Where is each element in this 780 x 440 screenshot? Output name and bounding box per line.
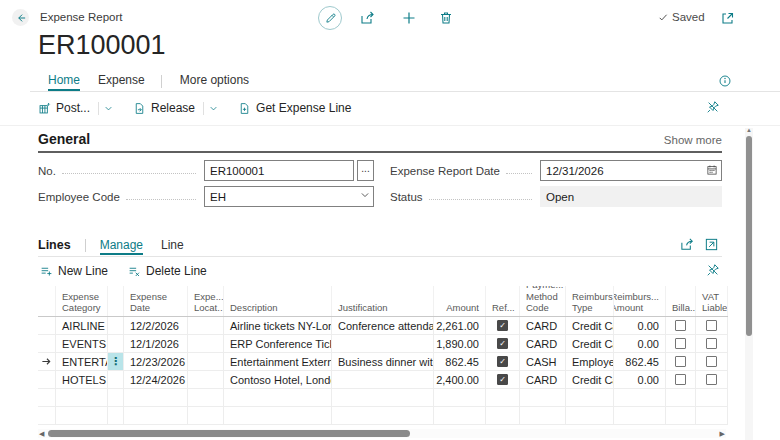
cell-vat[interactable] [696,317,728,334]
cell-category[interactable]: AIRLINE [56,317,108,334]
cell-billable[interactable] [666,353,696,370]
cell-description[interactable]: Entertainment External, ... [224,353,332,370]
scroll-up-arrow[interactable]: ▲ [746,127,752,133]
billable-checkbox[interactable] [675,356,686,367]
row-selector[interactable] [38,335,56,352]
cell-reimb_type[interactable]: Credit Card [566,335,614,352]
get-expense-line-button[interactable]: Get Expense Line [238,101,351,115]
release-button[interactable]: Release [133,101,218,115]
share-icon[interactable] [680,237,695,252]
chevron-down-icon[interactable] [104,104,113,113]
cell-payment[interactable]: CARD [520,335,566,352]
cell-description[interactable]: Airline tickets NY-London [224,317,332,334]
cell-vat[interactable] [696,353,728,370]
cell-vat[interactable] [696,371,728,388]
scroll-right-arrow[interactable]: ▶ [720,429,725,438]
billable-checkbox[interactable] [675,320,686,331]
cell-reimb_type[interactable]: Employee ... [566,353,614,370]
cell-category[interactable]: EVENTS [56,335,108,352]
cell-reimb_type[interactable]: Credit Card [566,371,614,388]
vertical-scrollbar[interactable]: ▲ [745,128,753,440]
billable-checkbox[interactable] [675,374,686,385]
cell-location[interactable] [188,353,224,370]
no-input[interactable] [204,160,354,181]
cell-amount[interactable]: 862.45 [434,353,486,370]
column-header-description[interactable]: Description [224,286,332,316]
cell-reimb_type[interactable]: Credit Card [566,317,614,334]
vat-checkbox[interactable] [706,356,717,367]
column-header-date[interactable]: Expense Date [124,286,188,316]
column-header-justification[interactable]: Justification [332,286,434,316]
show-more-link[interactable]: Show more [664,134,722,146]
ref-checkbox[interactable]: ✓ [497,320,508,331]
cell-vat[interactable] [696,335,728,352]
info-icon[interactable] [718,74,732,88]
lines-heading[interactable]: Lines [38,238,71,255]
column-header-reimb_type[interactable]: Reimburs... Type [566,286,614,316]
vat-checkbox[interactable] [706,320,717,331]
ref-checkbox[interactable]: ✓ [497,338,508,349]
edit-button[interactable] [318,6,342,30]
cell-justification[interactable]: Business dinner with part... [332,353,434,370]
cell-menu[interactable] [108,335,124,352]
employee-code-input[interactable] [204,186,374,207]
cell-payment[interactable]: CARD [520,317,566,334]
cell-date[interactable]: 12/2/2026 [124,317,188,334]
table-empty-row[interactable] [38,407,728,425]
vat-checkbox[interactable] [706,338,717,349]
cell-ref[interactable]: ✓ [486,353,520,370]
column-header-payment[interactable]: Payme... Method Code [520,286,566,316]
table-row[interactable]: AIRLINE12/2/2026Airline tickets NY-Londo… [38,317,728,335]
cell-justification[interactable] [332,335,434,352]
general-heading[interactable]: General [38,131,90,147]
cell-category[interactable]: HOTELS [56,371,108,388]
post-button[interactable]: Post... [38,101,113,115]
cell-location[interactable] [188,317,224,334]
cell-menu[interactable] [108,371,124,388]
open-in-new-window-icon[interactable] [720,10,736,26]
cell-justification[interactable] [332,371,434,388]
new-line-button[interactable]: New Line [40,264,108,278]
unpin-icon[interactable] [706,263,720,277]
cell-ref[interactable]: ✓ [486,371,520,388]
cell-location[interactable] [188,371,224,388]
row-selector[interactable] [38,317,56,334]
expense-report-date-input[interactable] [540,160,722,181]
cell-ref[interactable]: ✓ [486,317,520,334]
column-header-amount[interactable]: Amount [434,286,486,316]
cell-billable[interactable] [666,371,696,388]
scroll-left-arrow[interactable]: ◀ [39,429,44,438]
cell-ref[interactable]: ✓ [486,335,520,352]
column-header-billable[interactable]: Billa... [666,286,696,316]
tab-more-options[interactable]: More options [180,73,249,91]
cell-location[interactable] [188,335,224,352]
column-header-location[interactable]: Expe... Locat... [188,286,224,316]
table-empty-row[interactable] [38,389,728,407]
column-header-category[interactable]: Expense Category [56,286,108,316]
cell-date[interactable]: 12/1/2026 [124,335,188,352]
table-row[interactable]: ENTERTAIN⋮12/23/2026Entertainment Extern… [38,353,728,371]
cell-reimb_amount[interactable]: 0.00 [614,371,666,388]
table-row[interactable]: EVENTS12/1/2026ERP Conference Ticket1,89… [38,335,728,353]
row-selector[interactable] [38,371,56,388]
cell-date[interactable]: 12/24/2026 [124,371,188,388]
lines-tab-line[interactable]: Line [161,238,184,255]
cell-menu[interactable] [108,317,124,334]
horizontal-scrollbar[interactable]: ◀ ▶ [38,429,726,438]
cell-justification[interactable]: Conference attendance [332,317,434,334]
billable-checkbox[interactable] [675,338,686,349]
unpin-icon[interactable] [706,100,720,114]
cell-payment[interactable]: CARD [520,371,566,388]
lines-tab-manage[interactable]: Manage [100,238,143,255]
vertical-scrollbar-thumb[interactable] [746,136,752,336]
chevron-down-icon[interactable] [209,104,218,113]
cell-billable[interactable] [666,335,696,352]
cell-date[interactable]: 12/23/2026 [124,353,188,370]
back-button[interactable] [12,9,29,26]
cell-reimb_amount[interactable]: 0.00 [614,335,666,352]
cell-reimb_amount[interactable]: 0.00 [614,317,666,334]
row-selector[interactable] [38,353,56,370]
cell-amount[interactable]: 2,400.00 [434,371,486,388]
column-header-vat[interactable]: VAT Liable [696,286,728,316]
ref-checkbox[interactable]: ✓ [497,356,508,367]
